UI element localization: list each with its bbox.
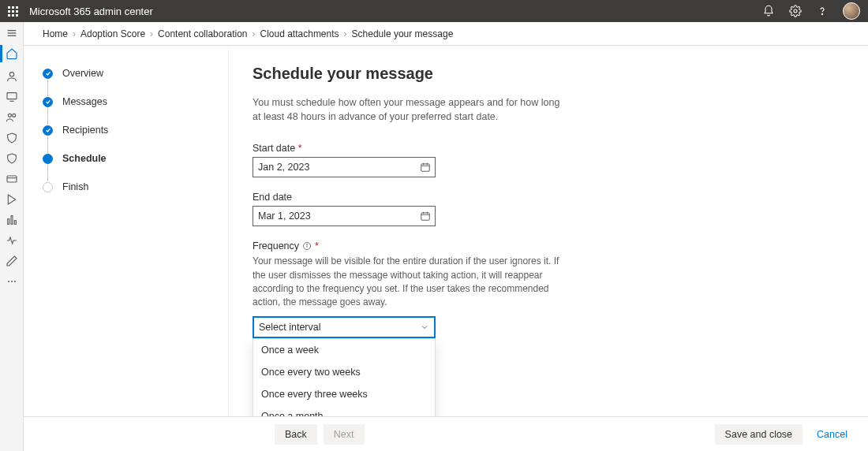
cancel-link[interactable]: Cancel <box>817 429 847 440</box>
check-icon <box>43 125 53 136</box>
page-description: You must schedule how often your message… <box>253 95 568 124</box>
check-icon <box>43 69 53 79</box>
wizard-step-overview[interactable]: Overview <box>43 68 212 96</box>
billing-icon[interactable] <box>6 173 18 185</box>
nav-rail <box>0 22 24 451</box>
frequency-option[interactable]: Once a month <box>253 405 435 416</box>
svg-rect-14 <box>14 221 16 225</box>
svg-rect-22 <box>421 213 430 220</box>
notifications-icon[interactable] <box>762 5 775 17</box>
shield-alt-icon[interactable] <box>6 152 18 165</box>
svg-point-16 <box>11 281 13 282</box>
frequency-description: Your message will be visible for the ent… <box>253 255 568 310</box>
start-date-label: Start date * <box>253 143 436 154</box>
app-title: Microsoft 365 admin center <box>29 6 153 17</box>
reports-icon[interactable] <box>6 214 18 226</box>
step-current-icon <box>43 154 53 164</box>
menu-icon[interactable] <box>6 27 18 39</box>
save-and-close-button[interactable]: Save and close <box>715 424 803 445</box>
devices-icon[interactable] <box>6 91 18 103</box>
wizard-steps: Overview Messages Recipients Schedule <box>24 46 229 416</box>
groups-icon[interactable] <box>6 111 18 124</box>
chevron-right-icon: › <box>253 28 256 39</box>
wizard-step-label: Schedule <box>62 153 107 164</box>
chevron-right-icon: › <box>73 28 76 39</box>
svg-rect-18 <box>421 164 430 171</box>
breadcrumb-item: Schedule your message <box>352 28 454 39</box>
wizard-step-label: Overview <box>62 68 103 79</box>
svg-point-5 <box>9 73 13 76</box>
end-date-field: End date Mar 1, 2023 <box>253 192 436 226</box>
wizard-step-label: Finish <box>62 181 88 192</box>
breadcrumb-item[interactable]: Cloud attachments <box>260 28 339 39</box>
breadcrumb-item[interactable]: Adoption Score <box>80 28 145 39</box>
calendar-icon[interactable] <box>420 211 431 222</box>
svg-rect-10 <box>7 176 17 182</box>
step-pending-icon <box>43 182 53 192</box>
top-bar: Microsoft 365 admin center <box>0 0 868 22</box>
wizard-step-finish: Finish <box>43 181 212 210</box>
svg-rect-12 <box>7 219 9 225</box>
settings-icon[interactable] <box>789 5 802 17</box>
svg-point-9 <box>12 114 15 117</box>
frequency-option[interactable]: Once a week <box>253 339 435 361</box>
wizard-step-label: Recipients <box>62 125 108 136</box>
next-button: Next <box>324 424 365 445</box>
page-content: Schedule your message You must schedule … <box>229 46 868 416</box>
frequency-option[interactable]: Once every two weeks <box>253 361 435 383</box>
back-button[interactable]: Back <box>275 424 317 445</box>
home-icon[interactable] <box>6 47 18 60</box>
svg-point-8 <box>8 114 11 117</box>
check-icon <box>43 97 53 107</box>
wizard-step-schedule[interactable]: Schedule <box>43 153 212 181</box>
frequency-select[interactable]: Select interval <box>253 316 436 338</box>
frequency-label: Frequency * <box>253 240 584 252</box>
footer-bar: Back Next Save and close Cancel <box>24 416 868 451</box>
avatar[interactable] <box>843 2 860 20</box>
svg-point-1 <box>821 13 822 14</box>
frequency-dropdown: Once a week Once every two weeks Once ev… <box>253 338 436 416</box>
setup-icon[interactable] <box>6 193 18 206</box>
breadcrumb-item[interactable]: Home <box>43 28 68 39</box>
svg-rect-13 <box>11 216 13 225</box>
svg-point-0 <box>794 9 797 13</box>
users-icon[interactable] <box>6 70 18 83</box>
shield-icon[interactable] <box>6 132 18 144</box>
start-date-field: Start date * Jan 2, 2023 <box>253 143 436 177</box>
svg-point-17 <box>14 281 16 282</box>
svg-point-28 <box>307 244 308 245</box>
start-date-input[interactable]: Jan 2, 2023 <box>253 157 436 177</box>
more-icon[interactable] <box>6 275 18 288</box>
chevron-right-icon: › <box>150 28 153 39</box>
wizard-step-label: Messages <box>62 96 107 107</box>
start-date-value: Jan 2, 2023 <box>258 162 309 173</box>
frequency-placeholder: Select interval <box>259 322 321 333</box>
health-icon[interactable] <box>6 234 18 247</box>
frequency-option[interactable]: Once every three weeks <box>253 383 435 405</box>
wizard-step-recipients[interactable]: Recipients <box>43 125 212 153</box>
edit-icon[interactable] <box>6 255 18 267</box>
end-date-value: Mar 1, 2023 <box>258 211 311 222</box>
breadcrumb: Home › Adoption Score › Content collabor… <box>24 22 868 46</box>
chevron-down-icon <box>420 322 429 332</box>
svg-rect-6 <box>7 93 17 99</box>
help-icon[interactable] <box>816 5 829 17</box>
end-date-input[interactable]: Mar 1, 2023 <box>253 206 436 226</box>
app-launcher-icon[interactable] <box>8 6 18 17</box>
page-title: Schedule your message <box>253 65 844 83</box>
breadcrumb-item[interactable]: Content collaboration <box>158 28 247 39</box>
wizard-step-messages[interactable]: Messages <box>43 96 212 125</box>
info-icon[interactable] <box>302 241 312 251</box>
end-date-label: End date <box>253 192 436 203</box>
calendar-icon[interactable] <box>420 162 431 173</box>
chevron-right-icon: › <box>344 28 347 39</box>
frequency-field: Frequency * Your message will be visible… <box>253 240 584 416</box>
svg-point-15 <box>8 281 9 282</box>
